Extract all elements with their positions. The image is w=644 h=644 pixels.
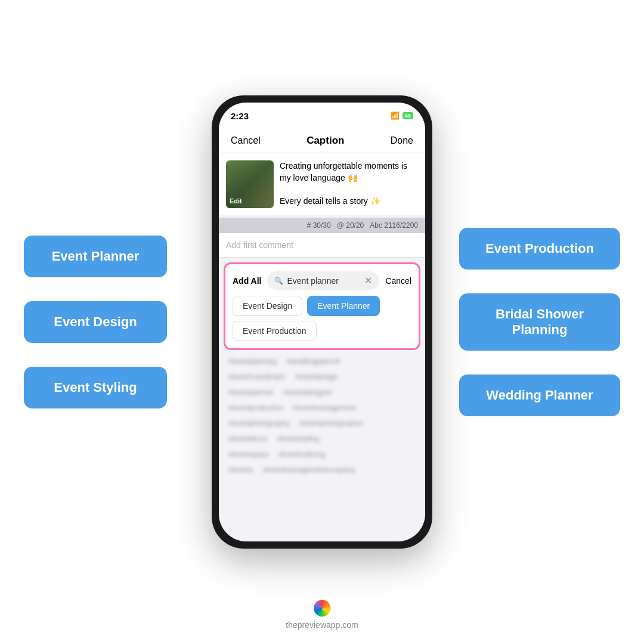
hashtag-item[interactable]: #eventproduction bbox=[228, 404, 283, 412]
nav-title: Caption bbox=[306, 135, 344, 147]
hashtag-item[interactable]: #eventspace bbox=[228, 450, 269, 459]
edit-label[interactable]: Edit bbox=[230, 197, 242, 205]
right-bridal-shower-button[interactable]: Bridal Shower Planning bbox=[459, 293, 620, 351]
footer-website: thepreviewapp.com bbox=[286, 620, 358, 630]
hashtag-search-bar[interactable]: 🔍 Event planner ✕ bbox=[267, 271, 379, 290]
hashtag-item[interactable]: #eventphotography bbox=[228, 419, 290, 428]
right-wedding-planner-button[interactable]: Wedding Planner bbox=[459, 374, 620, 416]
hashtag-row: #eventspace #eventcatering bbox=[228, 450, 416, 459]
status-icons: 📶 45 bbox=[391, 112, 413, 120]
hashtag-row: #eventcoordinator #eventdesign bbox=[228, 373, 416, 381]
hashtag-tag-list: Event Design Event Planner Event Product… bbox=[233, 296, 411, 341]
hashtag-row: #eventproduction #eventmanagement bbox=[228, 404, 416, 412]
hashtag-item[interactable]: #eventplanning bbox=[228, 357, 277, 366]
cancel-button[interactable]: Cancel bbox=[231, 135, 261, 146]
hashtag-item[interactable]: #eventdesigner bbox=[283, 388, 332, 397]
hashtag-item[interactable]: #eventdecor bbox=[228, 435, 268, 443]
tag-event-design[interactable]: Event Design bbox=[233, 296, 302, 316]
mention-counter: @ 20/20 bbox=[337, 221, 364, 230]
right-event-production-button[interactable]: Event Production bbox=[459, 228, 620, 270]
hashtag-item[interactable]: #eventmanagementcompany bbox=[263, 466, 355, 474]
hashtag-item[interactable]: #eventmanagement bbox=[293, 404, 356, 412]
hashtag-item[interactable]: #eventphotographer bbox=[299, 419, 363, 428]
done-button[interactable]: Done bbox=[391, 135, 413, 146]
add-all-button[interactable]: Add All bbox=[233, 276, 261, 286]
app-logo bbox=[314, 600, 330, 617]
nav-bar: Cancel Caption Done bbox=[219, 129, 425, 153]
post-caption[interactable]: Creating unforgettable moments is my lov… bbox=[280, 160, 418, 208]
hashtag-item[interactable]: #eventstyling bbox=[277, 435, 319, 443]
hashtag-row: #eventplanning #weddingplanner bbox=[228, 357, 416, 366]
hashtag-item[interactable]: #eventdesign bbox=[295, 373, 338, 381]
footer: thepreviewapp.com bbox=[286, 600, 358, 630]
hashtag-panel: Add All 🔍 Event planner ✕ Cancel Event D… bbox=[224, 262, 420, 350]
left-event-design-button[interactable]: Event Design bbox=[24, 301, 167, 343]
hashtag-item[interactable]: #events bbox=[228, 466, 253, 474]
hashtag-item[interactable]: #eventplanner bbox=[228, 388, 274, 397]
hashtag-row: #eventphotography #eventphotographer bbox=[228, 419, 416, 428]
post-image[interactable]: Edit bbox=[226, 160, 274, 208]
left-buttons: Event Planner Event Design Event Styling bbox=[24, 236, 167, 408]
wifi-icon: 📶 bbox=[391, 112, 400, 120]
search-input-value: Event planner bbox=[287, 276, 361, 286]
hashtag-counter: # 30/30 bbox=[307, 221, 331, 230]
search-cancel-button[interactable]: Cancel bbox=[385, 276, 411, 286]
tag-event-planner[interactable]: Event Planner bbox=[307, 296, 380, 316]
post-preview: Edit Creating unforgettable moments is m… bbox=[219, 153, 425, 215]
hashtag-suggestions-list: #eventplanning #weddingplanner #eventcoo… bbox=[219, 350, 425, 488]
char-counter: Abc 2116/2200 bbox=[370, 221, 418, 230]
hashtag-item[interactable]: #eventcoordinator bbox=[228, 373, 286, 381]
hashtag-row: #eventdecor #eventstyling bbox=[228, 435, 416, 443]
comment-placeholder[interactable]: Add first comment bbox=[219, 233, 425, 258]
phone-frame: 2:23 📶 45 Cancel Caption Done Edit bbox=[212, 95, 432, 549]
left-event-planner-button[interactable]: Event Planner bbox=[24, 236, 167, 277]
search-icon: 🔍 bbox=[274, 277, 283, 285]
counter-bar: # 30/30 @ 20/20 Abc 2116/2200 bbox=[219, 218, 425, 233]
status-time: 2:23 bbox=[231, 111, 249, 121]
right-buttons: Event Production Bridal Shower Planning … bbox=[459, 228, 620, 416]
page-wrapper: Event Planner Event Design Event Styling… bbox=[0, 0, 644, 644]
color-wheel-icon bbox=[314, 600, 330, 617]
battery-indicator: 45 bbox=[402, 112, 413, 119]
hashtag-row: #eventplanner #eventdesigner bbox=[228, 388, 416, 397]
hashtag-row: #events #eventmanagementcompany bbox=[228, 466, 416, 474]
caption-line1: Creating unforgettable moments is my lov… bbox=[280, 160, 418, 184]
tag-event-production[interactable]: Event Production bbox=[233, 321, 317, 341]
status-bar: 2:23 📶 45 bbox=[219, 103, 425, 129]
hashtag-item[interactable]: #eventcatering bbox=[278, 450, 326, 459]
search-clear-button[interactable]: ✕ bbox=[364, 275, 372, 286]
hashtag-panel-top: Add All 🔍 Event planner ✕ Cancel bbox=[233, 271, 411, 290]
phone-screen: 2:23 📶 45 Cancel Caption Done Edit bbox=[219, 103, 425, 541]
left-event-styling-button[interactable]: Event Styling bbox=[24, 367, 167, 408]
caption-line2: Every detail tells a story ✨ bbox=[280, 196, 418, 208]
hashtag-item[interactable]: #weddingplanner bbox=[286, 357, 340, 366]
